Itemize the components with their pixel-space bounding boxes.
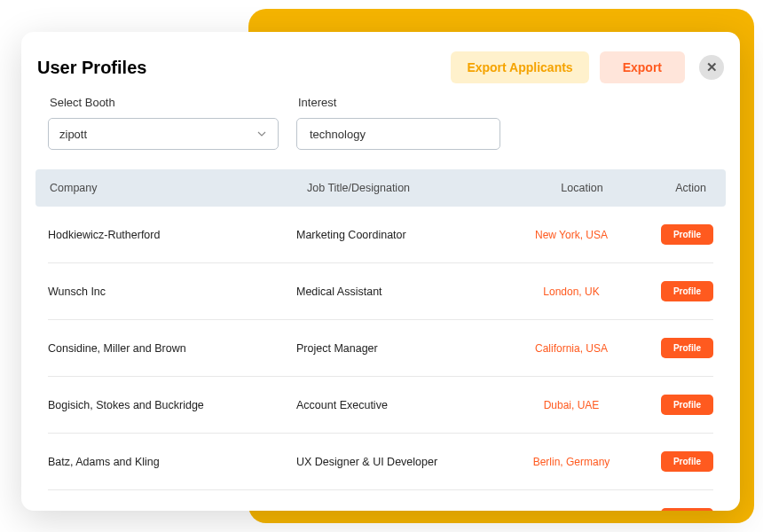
interest-input[interactable] bbox=[308, 127, 489, 142]
chevron-down-icon bbox=[256, 129, 267, 139]
profile-button[interactable]: Profile bbox=[661, 451, 713, 472]
booth-filter-label: Select Booth bbox=[50, 96, 279, 109]
col-company-header: Company bbox=[44, 182, 307, 194]
table-row: Considine, Miller and BrownProject Manag… bbox=[48, 320, 713, 377]
table-header: Company Job Title/Designation Location A… bbox=[35, 169, 726, 207]
cell-title: Project Manager bbox=[296, 342, 509, 355]
cell-location: Dubai, UAE bbox=[509, 399, 633, 411]
cell-action: Profile bbox=[633, 281, 713, 301]
page-title: User Profiles bbox=[37, 58, 451, 78]
table-row: Hodkiewicz-RutherfordMarketing Coordinat… bbox=[48, 207, 713, 263]
cell-company: Bogisich, Stokes and Buckridge bbox=[48, 399, 296, 411]
user-profiles-panel: User Profiles Export Applicants Export ✕… bbox=[21, 32, 740, 511]
cell-company: Hodkiewicz-Rutherford bbox=[48, 229, 296, 241]
filters-row: Select Booth zipott Interest bbox=[21, 87, 740, 150]
cell-company: Wunsch Inc bbox=[48, 286, 296, 298]
booth-select[interactable]: zipott bbox=[48, 118, 279, 150]
booth-filter: Select Booth zipott bbox=[48, 96, 279, 150]
cell-location: Berlin, Germany bbox=[509, 456, 633, 468]
table-row: Batz, Adams and KlingUX Designer & UI De… bbox=[48, 434, 713, 490]
cell-action: Profile bbox=[633, 395, 713, 415]
col-action-header: Action bbox=[644, 182, 717, 194]
profile-button[interactable]: Profile bbox=[661, 224, 713, 245]
interest-input-wrap bbox=[296, 118, 500, 150]
interest-filter: Interest bbox=[296, 96, 500, 150]
profile-button[interactable]: Profile bbox=[661, 338, 713, 358]
export-applicants-button[interactable]: Export Applicants bbox=[451, 51, 588, 83]
profile-button[interactable]: Profile bbox=[661, 281, 713, 301]
cell-action: Profile bbox=[633, 508, 713, 511]
cell-title: Account Executive bbox=[296, 399, 509, 411]
table-row: Bogisich, Stokes and BuckridgeAccount Ex… bbox=[48, 377, 713, 434]
col-title-header: Job Title/Designation bbox=[307, 182, 520, 194]
interest-filter-label: Interest bbox=[298, 96, 500, 109]
table-body: Hodkiewicz-RutherfordMarketing Coordinat… bbox=[21, 207, 740, 511]
cell-title: Marketing Coordinator bbox=[296, 229, 509, 241]
cell-company: Batz, Adams and Kling bbox=[48, 456, 296, 468]
export-button[interactable]: Export bbox=[600, 51, 685, 83]
close-icon: ✕ bbox=[706, 59, 718, 75]
table-row: Hoppe LLCIT ProfessionalChicago, USAProf… bbox=[48, 490, 713, 511]
panel-header: User Profiles Export Applicants Export ✕ bbox=[21, 51, 740, 87]
close-button[interactable]: ✕ bbox=[699, 55, 724, 80]
cell-location: California, USA bbox=[509, 342, 633, 355]
booth-select-value: zipott bbox=[59, 128, 87, 141]
cell-action: Profile bbox=[633, 451, 713, 472]
col-location-header: Location bbox=[520, 182, 644, 194]
profile-button[interactable]: Profile bbox=[661, 395, 713, 415]
cell-company: Considine, Miller and Brown bbox=[48, 342, 296, 355]
cell-title: Medical Assistant bbox=[296, 286, 509, 298]
cell-title: UX Designer & UI Developer bbox=[296, 456, 509, 468]
cell-action: Profile bbox=[633, 338, 713, 358]
profile-button[interactable]: Profile bbox=[661, 508, 713, 511]
cell-location: London, UK bbox=[509, 286, 633, 298]
table-row: Wunsch IncMedical AssistantLondon, UKPro… bbox=[48, 263, 713, 320]
cell-location: New York, USA bbox=[509, 229, 633, 241]
cell-action: Profile bbox=[633, 224, 713, 245]
